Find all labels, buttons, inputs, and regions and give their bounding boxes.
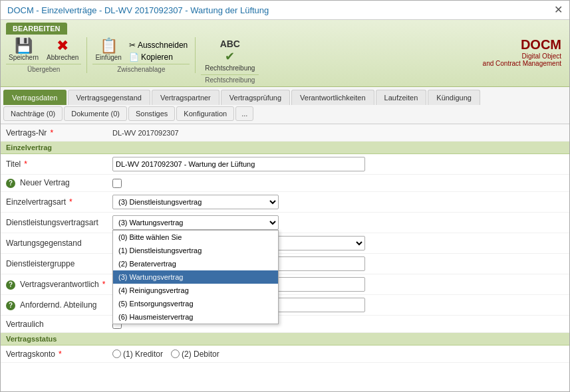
copy-button[interactable]: 📄 Kopieren — [127, 52, 190, 62]
close-button[interactable]: ✕ — [554, 5, 563, 15]
tab-verantwortlichkeiten[interactable]: Verantwortlichkeiten — [291, 90, 374, 105]
neuer-vertrag-row: ? Neuer Vertrag — [1, 175, 569, 192]
copy-icon: 📄 — [129, 52, 139, 62]
vertragsverantwortlich-row: ? Vertragsverantwortlich * — [1, 274, 569, 295]
insert-icon: 📋 — [100, 39, 118, 53]
vertrags-nr-row: Vertrags-Nr * DL-WV 2017092307 — [1, 124, 569, 142]
section-einzelvertrag: Einzelvertrag — [1, 142, 569, 154]
main-window: DOCM - Einzelverträge - DL-WV 2017092307… — [0, 0, 570, 392]
tab-kuendigung[interactable]: Kündigung — [428, 90, 480, 105]
save-icon: 💾 — [15, 39, 33, 53]
dropdown-item-6[interactable]: (6) Hausmeistervertrag — [113, 310, 278, 324]
ribbon-row-2: 📋 Einfügen ✂ Ausschneiden 📄 Kopieren — [92, 37, 190, 62]
docm-subtitle2: and Contract Management — [483, 60, 561, 67]
ribbon-group-rechtschreibung: ABC ✔ Rechtschreibung Rechtschreibung — [201, 37, 264, 84]
titel-label: Titel * — [6, 159, 112, 169]
group2-label: Zwischenablage — [92, 64, 190, 73]
dropdown-item-2[interactable]: (2) Beratervertrag — [113, 257, 278, 270]
anfordernd-label: ? Anfordernd. Abteilung — [6, 300, 112, 310]
debitor-label[interactable]: (2) Debitor — [171, 349, 219, 359]
wartungsgegenstand-label: Wartungsgegenstand — [6, 239, 112, 248]
tabs-row2: Nachträge (0) Dokumente (0) Sonstiges Ko… — [1, 106, 569, 124]
group3-label: Rechtschreibung — [201, 74, 259, 84]
vertraulich-label: Vertraulich — [6, 320, 112, 329]
vertrags-nr-value: DL-WV 2017092307 — [112, 129, 564, 137]
dropdown-item-4[interactable]: (4) Reinigungsvertrag — [113, 284, 278, 297]
ribbon-group-zwischenablage: 📋 Einfügen ✂ Ausschneiden 📄 Kopieren — [92, 37, 196, 73]
tab-dokumente[interactable]: Dokumente (0) — [64, 106, 127, 121]
neuer-vertrag-help-icon[interactable]: ? — [6, 179, 15, 188]
docm-subtitle1: Digital Object — [522, 52, 561, 60]
form-tabs: Vertragsdaten Vertragsgegenstand Vertrag… — [1, 87, 569, 124]
tab-laufzeiten[interactable]: Laufzeiten — [376, 90, 427, 105]
dienstleistergruppe-row: Dienstleistergruppe — [1, 254, 569, 274]
tab-sonstiges[interactable]: Sonstiges — [128, 106, 175, 121]
vertragskonto-row: Vertragskonto * (1) Kreditor (2) Debitor — [1, 345, 569, 363]
kreditor-label[interactable]: (1) Kreditor — [112, 349, 163, 359]
dienstleistung-row: Dienstleistungsvertragsart (3) Wartungsv… — [1, 213, 569, 233]
titel-row: Titel * — [1, 154, 569, 175]
titel-input[interactable] — [112, 157, 365, 171]
save-button[interactable]: 💾 Speichern — [6, 37, 41, 62]
neuer-vertrag-checkbox[interactable] — [112, 179, 122, 188]
tab-vertragsgegenstand[interactable]: Vertragsgegenstand — [68, 90, 150, 105]
vertrags-nr-label: Vertrags-Nr * — [6, 128, 112, 138]
docm-title: DOCM — [521, 37, 561, 52]
spell-button[interactable]: ABC ✔ Rechtschreibung — [201, 37, 259, 73]
vertragsverantwortlich-label: ? Vertragsverantwortlich * — [6, 280, 112, 290]
ribbon-small-group: ✂ Ausschneiden 📄 Kopieren — [127, 40, 190, 62]
tab-nachtraege[interactable]: Nachträge (0) — [3, 106, 63, 121]
checkmark-icon: ✔ — [225, 49, 235, 64]
tab-konfiguration[interactable]: Konfiguration — [176, 106, 234, 121]
wartungsgegenstand-row: Wartungsgegenstand — [1, 233, 569, 254]
ribbon-row-3: ABC ✔ Rechtschreibung — [201, 37, 259, 73]
insert-button[interactable]: 📋 Einfügen — [92, 37, 124, 62]
dropdown-item-3[interactable]: (3) Wartungsvertrag — [113, 270, 278, 284]
tabs-row1: Vertragsdaten Vertragsgegenstand Vertrag… — [1, 87, 569, 105]
ribbon-tab-bearbeiten[interactable]: BEARBEITEN — [6, 23, 67, 35]
cancel-icon: ✖ — [57, 39, 69, 53]
dienstleistung-dropdown-list: (0) Bitte wählen Sie (1) Dienstleistungs… — [112, 230, 279, 324]
section-vertragsstatus: Vertragsstatus — [1, 333, 569, 345]
tab-vertragspruefung[interactable]: Vertragsprüfung — [221, 90, 290, 105]
ribbon-row-1: 💾 Speichern ✖ Abbrechen — [6, 37, 81, 62]
cancel-button[interactable]: ✖ Abbrechen — [44, 37, 81, 62]
dropdown-item-5[interactable]: (5) Entsorgungsvertrag — [113, 297, 278, 310]
title-bar: DOCM - Einzelverträge - DL-WV 2017092307… — [1, 1, 569, 20]
ribbon-tab-bar: BEARBEITEN — [6, 23, 564, 35]
vertragsverantwortlich-help-icon[interactable]: ? — [6, 280, 15, 290]
vertragskonto-label: Vertragskonto * — [6, 349, 112, 359]
dropdown-item-0[interactable]: (0) Bitte wählen Sie — [113, 231, 278, 244]
vertraulich-row: Vertraulich — [1, 316, 569, 333]
form-body: Vertrags-Nr * DL-WV 2017092307 Einzelver… — [1, 124, 569, 391]
dienstleistung-select[interactable]: (3) Wartungsvertrag — [112, 215, 279, 230]
tab-vertragsdaten[interactable]: Vertragsdaten — [3, 90, 67, 105]
einzelvertragsart-select[interactable]: (3) Dienstleistungsvertrag — [112, 195, 279, 209]
vertragskonto-radios: (1) Kreditor (2) Debitor — [112, 349, 564, 359]
cut-button[interactable]: ✂ Ausschneiden — [127, 40, 190, 50]
group1-label: Übergeben — [6, 64, 81, 73]
einzelvertragsart-row: Einzelvertragsart * (3) Dienstleistungsv… — [1, 192, 569, 213]
ribbon-content: 💾 Speichern ✖ Abbrechen Übergeben 📋 Einf… — [6, 37, 564, 86]
ribbon: BEARBEITEN 💾 Speichern ✖ Abbrechen Überg… — [1, 20, 569, 87]
docm-logo: DOCM Digital Object and Contract Managem… — [483, 37, 564, 67]
dienstleistung-dropdown-container: (3) Wartungsvertrag (0) Bitte wählen Sie… — [112, 215, 279, 230]
dropdown-item-1[interactable]: (1) Dienstleistungsvertrag — [113, 244, 278, 257]
cut-icon: ✂ — [129, 41, 136, 50]
required-star: * — [50, 128, 53, 138]
tab-more[interactable]: ... — [235, 106, 253, 121]
neuer-vertrag-label: ? Neuer Vertrag — [6, 178, 112, 188]
window-title: DOCM - Einzelverträge - DL-WV 2017092307… — [7, 5, 269, 15]
anfordernd-help-icon[interactable]: ? — [6, 301, 15, 310]
abc-icon: ABC — [220, 39, 240, 49]
dienstleistergruppe-label: Dienstleistergruppe — [6, 259, 112, 268]
dienstleistung-label: Dienstleistungsvertragsart — [6, 218, 112, 227]
kreditor-radio[interactable] — [112, 349, 121, 358]
tab-vertragspartner[interactable]: Vertragspartner — [152, 90, 219, 105]
einzelvertragsart-label: Einzelvertragsart * — [6, 197, 112, 207]
anfordernd-row: ? Anfordernd. Abteilung — [1, 295, 569, 316]
debitor-radio[interactable] — [171, 349, 180, 358]
ribbon-group-uebergeben: 💾 Speichern ✖ Abbrechen Übergeben — [6, 37, 87, 73]
